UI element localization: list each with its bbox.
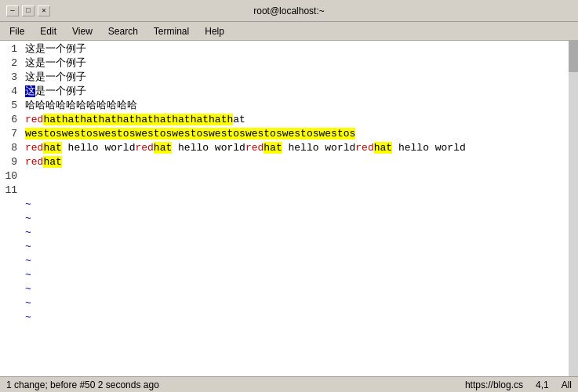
code-line-8: redhat hello worldredhat hello worldredh… <box>22 141 569 155</box>
red-text-9: red <box>25 156 43 168</box>
hl-westos-7g: westos <box>245 128 282 140</box>
code-line-1: 这是一个例子 <box>22 42 569 56</box>
titlebar-buttons[interactable]: ─ □ ✕ <box>6 5 53 16</box>
line-num-t8 <box>3 296 22 310</box>
red-text-8d: red <box>355 142 373 154</box>
red-text-8a: red <box>25 142 43 154</box>
line-num-t6 <box>3 268 22 282</box>
statusbar: 1 change; before #50 2 seconds ago https… <box>0 376 578 392</box>
line-num-t7 <box>3 282 22 296</box>
minimize-button[interactable]: ─ <box>6 5 19 16</box>
hl-hat-8b: hat <box>154 142 172 154</box>
code-area[interactable]: 这是一个例子 这是一个例子 这是一个例子 这是一个例子 哈哈哈哈哈哈哈哈哈哈哈 … <box>22 41 569 376</box>
status-right-group: https://blog.cs 4,1 All <box>465 379 572 390</box>
tilde-line-7: ~ <box>22 282 569 296</box>
line-num-6: 6 <box>3 113 22 127</box>
hl-hat-8c: hat <box>264 142 282 154</box>
editor[interactable]: 1 2 3 4 5 6 7 8 9 10 11 这是一个例子 这是一个例子 这是… <box>0 41 578 376</box>
hl-hat-9: hat <box>43 156 61 168</box>
line-num-8: 8 <box>3 141 22 155</box>
scrollbar[interactable] <box>569 41 578 376</box>
hl-hat-8d: hat <box>374 142 392 154</box>
close-button[interactable]: ✕ <box>38 5 50 16</box>
scrollbar-thumb[interactable] <box>569 41 578 72</box>
window-title: root@localhost:~ <box>53 5 525 16</box>
code-line-2: 这是一个例子 <box>22 56 569 71</box>
line-num-t3 <box>3 226 22 240</box>
red-text-8c: red <box>245 142 264 154</box>
menu-terminal[interactable]: Terminal <box>147 24 195 38</box>
status-scroll: All <box>562 379 572 390</box>
line-num-t1 <box>3 198 22 212</box>
hl-westos-7f: westos <box>209 128 245 140</box>
line-num-t4 <box>3 240 22 254</box>
code-line-11 <box>22 183 569 198</box>
tilde-line-1: ~ <box>22 198 569 212</box>
line-num-9: 9 <box>3 155 22 169</box>
code-line-5: 哈哈哈哈哈哈哈哈哈哈哈 <box>22 99 569 113</box>
line-num-5: 5 <box>3 99 22 113</box>
hl-westos-7b: westos <box>62 128 99 140</box>
tilde-line-8: ~ <box>22 296 569 310</box>
red-text-6: red <box>25 114 43 125</box>
tilde-line-6: ~ <box>22 268 569 282</box>
red-text-8b: red <box>135 142 153 154</box>
menu-view[interactable]: View <box>66 24 99 38</box>
line-num-t2 <box>3 212 22 226</box>
menu-help[interactable]: Help <box>198 24 231 38</box>
code-line-10 <box>22 169 569 183</box>
tilde-line-9: ~ <box>22 310 569 325</box>
cursor-char: 这 <box>25 85 35 97</box>
line-num-2: 2 <box>3 56 22 71</box>
maximize-button[interactable]: □ <box>22 5 35 16</box>
line-num-10: 10 <box>3 169 22 183</box>
menu-file[interactable]: File <box>3 24 31 38</box>
code-line-6: redhathathathathathathathathathathat <box>22 113 569 127</box>
line-num-11: 11 <box>3 183 22 198</box>
tilde-line-3: ~ <box>22 226 569 240</box>
status-position: 4,1 <box>536 379 549 390</box>
line-num-t5 <box>3 254 22 268</box>
hl-westos-7d: westos <box>135 128 172 140</box>
menu-search[interactable]: Search <box>102 24 144 38</box>
line-num-1: 1 <box>3 42 22 56</box>
hl-westos-7c: westos <box>99 128 136 140</box>
line-num-7: 7 <box>3 127 22 141</box>
line-num-4: 4 <box>3 85 22 99</box>
status-url: https://blog.cs <box>465 379 523 390</box>
tilde-line-2: ~ <box>22 212 569 226</box>
tilde-line-5: ~ <box>22 254 569 268</box>
titlebar: ─ □ ✕ root@localhost:~ <box>0 0 578 22</box>
hl-westos-7a: westos <box>25 128 62 140</box>
hl-hat-6: hathathathathathathathathathath <box>43 114 233 125</box>
line-numbers: 1 2 3 4 5 6 7 8 9 10 11 <box>0 41 22 376</box>
line-num-3: 3 <box>3 71 22 85</box>
code-line-4: 这是一个例子 <box>22 85 569 99</box>
hl-hat-8a: hat <box>43 142 61 154</box>
tilde-line-4: ~ <box>22 240 569 254</box>
hl-westos-7e: westos <box>172 128 209 140</box>
menubar: File Edit View Search Terminal Help <box>0 22 578 41</box>
hl-westos-7h: westos <box>282 128 319 140</box>
line-num-t9 <box>3 310 22 325</box>
status-change-info: 1 change; before #50 2 seconds ago <box>6 379 159 390</box>
code-line-7: westoswestoswestoswestoswestoswestoswest… <box>22 127 569 141</box>
menu-edit[interactable]: Edit <box>34 24 63 38</box>
code-line-9: redhat <box>22 155 569 169</box>
hl-westos-7i: westos <box>319 128 356 140</box>
code-line-3: 这是一个例子 <box>22 71 569 85</box>
